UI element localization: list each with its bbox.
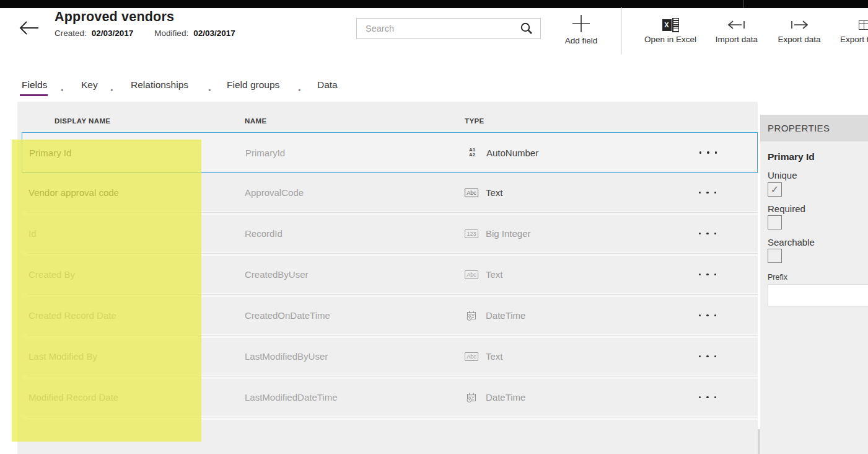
open-in-excel-button[interactable]: X Open in Excel <box>639 15 701 51</box>
row-actions-ellipsis[interactable] <box>688 215 727 252</box>
row-name: CreatedOnDateTime <box>245 297 330 334</box>
import-data-label: Import data <box>711 35 763 44</box>
export-template-label: Export t <box>840 35 868 44</box>
searchable-checkbox[interactable] <box>768 249 782 263</box>
row-type: DateTime <box>486 392 525 403</box>
window-top-bar <box>0 0 868 8</box>
row-divider <box>22 251 758 256</box>
table-row-record-id[interactable]: Id RecordId 123 Big Integer <box>22 215 758 252</box>
table-row-modified-on[interactable]: Modified Record Date LastModifiedDateTim… <box>22 379 758 416</box>
row-display-name: Id <box>28 215 37 252</box>
searchable-label: Searchable <box>768 237 815 247</box>
add-field-label: Add field <box>565 36 598 45</box>
unique-checkbox[interactable] <box>768 182 782 197</box>
row-name: RecordId <box>245 215 283 252</box>
column-header-name: NAME <box>245 117 266 125</box>
row-divider <box>22 333 758 338</box>
row-name: ApprovalCode <box>245 174 304 211</box>
row-type: Text <box>486 269 503 280</box>
row-divider <box>22 415 758 420</box>
entity-meta: Created: 02/03/2017 Modified: 02/03/2017 <box>55 29 235 38</box>
search-input[interactable] <box>357 19 517 38</box>
row-type: Text <box>486 351 503 362</box>
open-in-excel-label: Open in Excel <box>639 35 701 44</box>
add-field-button[interactable]: Add field <box>556 14 606 50</box>
row-display-name: Vendor approval code <box>28 174 119 211</box>
unique-label: Unique <box>768 170 797 180</box>
row-type: DateTime <box>486 310 525 321</box>
row-display-name: Primary Id <box>29 133 71 172</box>
row-display-name: Last Modified By <box>28 338 97 375</box>
export-data-button[interactable]: Export data Export data <box>773 15 825 51</box>
autonumber-icon: A1A2 <box>464 148 480 158</box>
excel-icon: X <box>639 15 701 35</box>
row-divider <box>22 210 758 215</box>
prefix-input[interactable] <box>768 284 868 306</box>
column-header-display-name: DISPLAY NAME <box>55 117 110 125</box>
tab-key[interactable]: Key <box>81 79 98 91</box>
selected-field-name: Primary Id <box>768 151 815 162</box>
created-date: 02/03/2017 <box>92 29 134 38</box>
calendar-clock-icon <box>463 310 480 321</box>
prefix-label: Prefix <box>768 273 787 282</box>
row-display-name: Created Record Date <box>28 297 116 334</box>
text-abc-icon: Abc <box>463 270 480 279</box>
grid-table-icon <box>840 15 868 35</box>
back-arrow-icon <box>17 19 41 37</box>
created-label: Created: <box>55 29 87 38</box>
properties-panel-header: PROPERTIES <box>760 115 868 141</box>
text-abc-icon: Abc <box>463 352 480 361</box>
modified-date: 02/03/2017 <box>193 29 235 38</box>
properties-panel: PROPERTIES Primary Id Unique Required Se… <box>760 115 868 454</box>
search-icon[interactable] <box>519 21 538 36</box>
table-row-created-on[interactable]: Created Record Date CreatedOnDateTime Da… <box>22 297 758 334</box>
row-name: LastModifiedDateTime <box>245 379 338 416</box>
export-data-label: Export data <box>773 35 825 44</box>
tab-separator-dot <box>110 82 114 86</box>
table-row-modified-by[interactable]: Last Modified By LastModifiedByUser Abc … <box>22 338 758 375</box>
row-display-name: Created By <box>28 256 75 293</box>
required-label: Required <box>768 203 805 214</box>
row-actions-ellipsis[interactable] <box>688 338 727 375</box>
tab-fields[interactable]: Fields <box>22 79 47 91</box>
page-title: Approved vendors <box>55 9 174 25</box>
column-header-type: TYPE <box>465 117 484 125</box>
tab-separator-dot <box>208 82 212 86</box>
row-divider <box>22 374 758 379</box>
text-abc-icon: Abc <box>463 189 480 197</box>
export-arrow-icon <box>773 15 825 35</box>
row-actions-ellipsis[interactable] <box>688 133 728 172</box>
top-bar-divider <box>743 0 744 8</box>
row-divider <box>22 292 758 297</box>
row-display-name: Modified Record Date <box>28 379 118 416</box>
table-row-created-by[interactable]: Created By CreatedByUser Abc Text <box>22 256 758 293</box>
row-name: CreatedByUser <box>245 256 309 293</box>
back-button[interactable] <box>17 19 41 37</box>
import-data-button[interactable]: Import data <box>711 15 763 51</box>
tab-field-groups[interactable]: Field groups <box>227 79 279 91</box>
row-actions-ellipsis[interactable] <box>688 297 727 334</box>
tab-data[interactable]: Data <box>317 79 338 91</box>
tab-relationships[interactable]: Relationships <box>131 79 188 91</box>
table-row-primary-id[interactable]: Primary Id PrimaryId A1A2 AutoNumber <box>22 132 758 173</box>
active-tab-underline <box>20 94 48 96</box>
table-row-approval-code[interactable]: Vendor approval code ApprovalCode Abc Te… <box>22 174 758 211</box>
plus-icon <box>556 14 606 35</box>
number-123-icon: 123 <box>463 229 480 238</box>
calendar-clock-icon <box>463 392 480 403</box>
row-type: AutoNumber <box>486 148 538 158</box>
row-actions-ellipsis[interactable] <box>688 379 727 416</box>
row-name: LastModifiedByUser <box>245 338 328 375</box>
modified-label: Modified: <box>154 29 188 38</box>
search-box <box>356 18 541 39</box>
tab-separator-dot <box>298 82 302 86</box>
row-actions-ellipsis[interactable] <box>688 256 727 293</box>
toolbar-divider <box>621 7 622 54</box>
row-actions-ellipsis[interactable] <box>688 174 727 211</box>
row-name: PrimaryId <box>245 133 285 172</box>
tab-separator-dot <box>61 82 64 86</box>
import-arrow-icon <box>711 15 763 35</box>
required-checkbox[interactable] <box>768 215 782 229</box>
row-type: Big Integer <box>486 228 531 239</box>
export-template-button[interactable]: Export t <box>840 15 868 51</box>
